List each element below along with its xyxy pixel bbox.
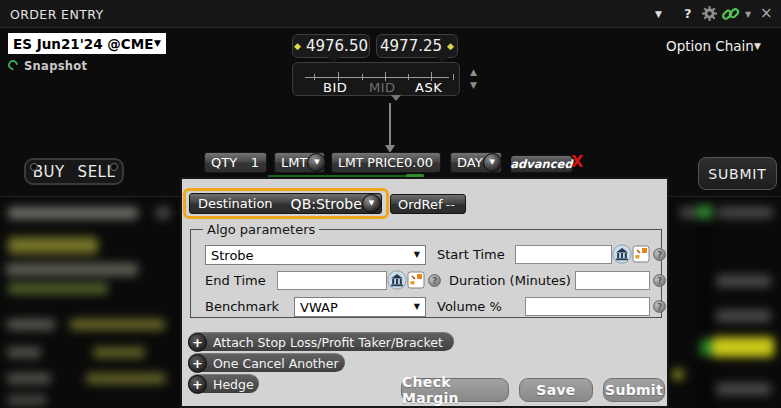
blurred-text xyxy=(716,310,771,322)
gear-icon[interactable] xyxy=(701,5,718,26)
strategy-select[interactable]: Strobe ▼ xyxy=(205,245,426,265)
connector-line xyxy=(389,103,391,145)
price-down-spinner-icon[interactable]: ▼ xyxy=(470,81,477,90)
hedge-expander[interactable]: + Hedge xyxy=(188,374,259,393)
bid-price: 4976.50 xyxy=(306,37,368,55)
panel-caret-icon[interactable]: ▼ xyxy=(745,11,751,19)
start-time-clock-icon[interactable] xyxy=(632,245,650,267)
submit-order-button[interactable]: SUBMIT xyxy=(698,157,777,190)
end-time-exchange-icon[interactable] xyxy=(387,270,407,294)
blurred-text xyxy=(8,207,138,219)
submit-button[interactable]: Submit xyxy=(603,378,665,402)
blurred-text xyxy=(8,237,98,254)
slider-tick xyxy=(314,74,315,80)
benchmark-label: Benchmark xyxy=(205,299,279,314)
option-chain-link[interactable]: Option Chain xyxy=(666,38,754,54)
attach-bracket-expander[interactable]: + Attach Stop Loss/Profit Taker/Bracket xyxy=(188,332,454,351)
start-time-help-icon[interactable]: ? xyxy=(653,248,666,261)
duration-input[interactable] xyxy=(575,271,650,290)
volume-input[interactable] xyxy=(525,297,650,316)
slider-track xyxy=(305,77,449,78)
bid-diamond-icon: ◆ xyxy=(294,42,301,51)
link-icon[interactable] xyxy=(721,6,740,26)
plus-icon: + xyxy=(188,354,207,373)
slider-bid-label[interactable]: BID xyxy=(323,80,347,95)
instrument-caret-icon: ▼ xyxy=(154,39,161,48)
close-icon[interactable]: × xyxy=(760,4,773,22)
volume-label: Volume % xyxy=(437,299,502,314)
blurred-text xyxy=(6,263,138,276)
one-cancel-another-expander[interactable]: + One Cancel Another xyxy=(188,353,345,372)
blurred-quote-panel xyxy=(0,196,182,408)
plus-icon: + xyxy=(188,375,207,394)
order-type-dropdown[interactable]: LMT ▼ xyxy=(274,152,325,173)
destination-caret-icon: ▼ xyxy=(362,194,381,213)
volume-help-icon[interactable]: ? xyxy=(653,300,666,313)
option-chain-caret-icon[interactable]: ▼ xyxy=(754,42,761,51)
refresh-icon[interactable] xyxy=(6,58,20,72)
help-icon[interactable]: ? xyxy=(684,6,692,21)
bid-price-button[interactable]: ◆ 4976.50 xyxy=(292,34,370,58)
limit-price-value: 0.00 xyxy=(404,155,433,170)
plus-icon: + xyxy=(188,333,207,352)
advanced-label: advanced xyxy=(510,157,572,171)
blurred-text xyxy=(7,395,47,405)
end-time-help-icon[interactable]: ? xyxy=(428,274,441,287)
duration-help-icon[interactable]: ? xyxy=(653,274,666,287)
sell-radio[interactable] xyxy=(110,163,118,171)
end-time-input[interactable] xyxy=(277,271,387,290)
strategy-value: Strobe xyxy=(211,248,254,263)
destination-dropdown[interactable]: Destination QB:Strobe ▼ xyxy=(189,193,382,214)
buy-sell-toggle[interactable]: BUY SELL xyxy=(24,158,124,185)
one-cancel-another-label: One Cancel Another xyxy=(213,356,339,371)
blurred-content xyxy=(668,197,781,408)
blurred-text xyxy=(716,383,771,395)
end-time-label: End Time xyxy=(205,273,266,288)
order-type-caret-icon: ▼ xyxy=(307,153,326,172)
price-slider[interactable]: BID MID ASK xyxy=(292,62,460,96)
attach-bracket-label: Attach Stop Loss/Profit Taker/Bracket xyxy=(213,335,443,350)
ask-price: 4977.25 xyxy=(380,37,442,55)
blurred-text xyxy=(70,319,165,330)
quantity-field[interactable]: QTY 1 xyxy=(204,152,267,173)
ordref-field[interactable]: OrdRef -- xyxy=(390,194,466,214)
slider-ask-label[interactable]: ASK xyxy=(415,80,442,95)
ask-price-button[interactable]: 4977.25 ◆ xyxy=(376,34,458,58)
blurred-text xyxy=(156,207,170,219)
start-time-exchange-icon[interactable] xyxy=(612,244,632,268)
blurred-text xyxy=(716,275,771,287)
blurred-text xyxy=(93,347,145,358)
strategy-caret-icon: ▼ xyxy=(414,251,420,259)
advanced-tab[interactable]: advanced xyxy=(510,155,573,173)
slider-tick xyxy=(362,74,363,80)
slider-notch xyxy=(391,95,401,101)
limit-price-label: LMT PRICE xyxy=(338,155,404,170)
price-up-spinner-icon[interactable]: ▲ xyxy=(470,68,477,77)
buy-radio[interactable] xyxy=(30,163,38,171)
blurred-text xyxy=(672,369,684,380)
blurred-side-panel xyxy=(668,196,781,408)
slider-mid-label[interactable]: MID xyxy=(369,80,396,95)
limit-price-field[interactable]: LMT PRICE 0.00 xyxy=(331,152,441,173)
slider-tick xyxy=(408,74,409,80)
order-type-value: LMT xyxy=(281,155,307,170)
algo-parameters-legend: Algo parameters xyxy=(203,222,319,237)
instrument-selector[interactable]: ES Jun21'24 @CME ▼ xyxy=(8,33,166,54)
duration-label: Duration (Minutes) xyxy=(449,273,571,288)
check-margin-button[interactable]: Check Margin xyxy=(401,378,509,402)
snapshot-label: Snapshot xyxy=(24,59,87,73)
save-button[interactable]: Save xyxy=(519,378,593,402)
blurred-highlight-row xyxy=(712,337,774,357)
algo-parameters-group: Algo parameters Strobe ▼ Start Time xyxy=(190,229,662,318)
advanced-order-panel: Destination QB:Strobe ▼ OrdRef -- Algo p… xyxy=(180,177,669,408)
blurred-text xyxy=(8,283,108,294)
blurred-text xyxy=(718,207,773,218)
benchmark-select[interactable]: VWAP ▼ xyxy=(294,297,426,317)
window-menu-caret-icon[interactable]: ▼ xyxy=(655,10,662,19)
start-time-input[interactable] xyxy=(515,245,612,264)
advanced-close-icon[interactable]: X xyxy=(571,152,583,171)
tif-caret-icon: ▼ xyxy=(483,153,502,172)
end-time-clock-icon[interactable] xyxy=(407,271,425,293)
blurred-text xyxy=(86,373,166,384)
tif-dropdown[interactable]: DAY ▼ xyxy=(450,152,502,173)
